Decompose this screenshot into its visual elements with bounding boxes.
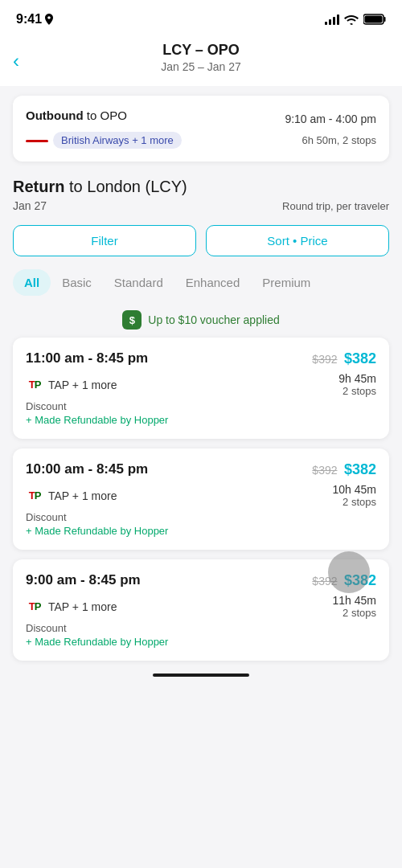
outbound-label: Outbound — [26, 108, 84, 122]
airline-pill: British Airways + 1 more — [53, 132, 182, 149]
flight-card-middle: TP TAP + 1 more 11h 45m 2 stops — [26, 594, 376, 619]
route-title: LCY – OPO — [16, 42, 386, 59]
flight-cards-container: 11:00 am - 8:45 pm $392 $382 TP TAP + 1 … — [0, 338, 402, 661]
flight-stops: 2 stops — [333, 607, 376, 619]
outbound-card: Outbound to OPO 9:10 am - 4:00 pm Britis… — [13, 96, 389, 162]
return-title: Return to London (LCY) — [13, 178, 389, 196]
flight-discount: Discount — [26, 400, 376, 412]
flight-airline-name: TAP + 1 more — [48, 489, 117, 502]
flight-price-group: $392 $382 — [312, 350, 376, 367]
flight-card-middle: TP TAP + 1 more 10h 45m 2 stops — [26, 483, 376, 508]
flight-old-price: $392 — [312, 353, 337, 366]
status-icons — [325, 14, 386, 25]
wifi-icon — [344, 14, 359, 25]
voucher-dollar: $ — [129, 314, 135, 326]
flight-card-top: 9:00 am - 8:45 pm $392 $382 — [26, 572, 376, 589]
filter-sort-row: Filter Sort • Price — [0, 215, 402, 266]
flight-duration-stops: 11h 45m 2 stops — [333, 594, 376, 619]
tab-standard[interactable]: Standard — [103, 269, 174, 296]
outbound-airline-row: British Airways + 1 more 6h 50m, 2 stops — [26, 132, 376, 149]
return-label: Return — [13, 178, 64, 195]
sort-button[interactable]: Sort • Price — [206, 225, 389, 256]
signal-icon — [325, 14, 339, 25]
return-section-header: Return to London (LCY) Jan 27 Round trip… — [0, 171, 402, 215]
scroll-handle[interactable] — [328, 551, 370, 593]
flight-airline-name: TAP + 1 more — [48, 600, 117, 613]
battery-icon — [363, 14, 386, 25]
flight-time: 10:00 am - 8:45 pm — [26, 461, 148, 477]
flight-new-price: $382 — [344, 461, 376, 477]
flight-time: 11:00 am - 8:45 pm — [26, 350, 148, 366]
status-time: 9:41 — [16, 12, 42, 27]
back-button[interactable]: ‹ — [13, 50, 19, 72]
flight-discount: Discount — [26, 511, 376, 523]
tab-basic[interactable]: Basic — [51, 269, 103, 296]
tap-logo: TP — [26, 379, 43, 391]
outbound-time: 9:10 am - 4:00 pm — [285, 113, 376, 125]
date-range: Jan 25 – Jan 27 — [16, 60, 386, 73]
flight-card-top: 11:00 am - 8:45 pm $392 $382 — [26, 350, 376, 367]
flight-duration: 9h 45m — [338, 372, 376, 385]
flight-card-middle: TP TAP + 1 more 9h 45m 2 stops — [26, 372, 376, 397]
page-header: ‹ LCY – OPO Jan 25 – Jan 27 — [0, 35, 402, 86]
tab-enhanced[interactable]: Enhanced — [174, 269, 252, 296]
tap-t-letter: T — [29, 379, 35, 391]
return-meta: Jan 27 Round trip, per traveler — [13, 199, 389, 212]
airline-badge: British Airways + 1 more — [26, 132, 182, 149]
tab-premium[interactable]: Premium — [251, 269, 322, 296]
flight-discount: Discount — [26, 622, 376, 634]
flight-old-price: $392 — [312, 464, 337, 477]
tap-t-letter: T — [29, 489, 35, 502]
voucher-banner: $ Up to $10 voucher applied — [0, 302, 402, 338]
tap-logo: TP — [26, 489, 43, 502]
flight-refundable: + Made Refundable by Hopper — [26, 414, 376, 426]
outbound-title: Outbound to OPO — [26, 108, 127, 122]
flight-airline: TP TAP + 1 more — [26, 600, 117, 613]
flight-time: 9:00 am - 8:45 pm — [26, 572, 141, 588]
tabs-row: AllBasicStandardEnhancedPremium — [0, 266, 402, 302]
tap-p-letter: P — [35, 600, 41, 612]
flight-stops: 2 stops — [338, 385, 376, 397]
flight-card-2[interactable]: 10:00 am - 8:45 pm $392 $382 TP TAP + 1 … — [13, 448, 389, 550]
tap-logo: TP — [26, 600, 43, 613]
svg-rect-3 — [26, 140, 48, 142]
filter-button[interactable]: Filter — [13, 225, 196, 256]
outbound-destination: to OPO — [87, 108, 127, 122]
tap-t-letter: T — [29, 600, 35, 612]
flight-duration-stops: 10h 45m 2 stops — [333, 483, 376, 508]
svg-rect-1 — [384, 17, 386, 22]
flight-refundable: + Made Refundable by Hopper — [26, 636, 376, 648]
flight-duration: 11h 45m — [333, 594, 376, 607]
flight-duration: 10h 45m — [333, 483, 376, 496]
return-trip-type: Round trip, per traveler — [282, 200, 389, 212]
location-icon — [45, 14, 53, 25]
return-date: Jan 27 — [13, 199, 47, 212]
flight-duration-stops: 9h 45m 2 stops — [338, 372, 376, 397]
flight-new-price: $382 — [344, 350, 376, 366]
voucher-text: Up to $10 voucher applied — [148, 313, 279, 326]
tab-all[interactable]: All — [13, 269, 51, 296]
return-destination: to London (LCY) — [69, 178, 187, 195]
flight-stops: 2 stops — [333, 496, 376, 508]
flight-refundable: + Made Refundable by Hopper — [26, 525, 376, 537]
flight-airline: TP TAP + 1 more — [26, 379, 117, 391]
airline-line-icon — [26, 137, 48, 144]
tap-p-letter: P — [35, 489, 41, 502]
tap-p-letter: P — [35, 379, 41, 391]
status-bar: 9:41 — [0, 0, 402, 35]
flight-price-group: $392 $382 — [312, 461, 376, 478]
flight-card-top: 10:00 am - 8:45 pm $392 $382 — [26, 461, 376, 478]
flight-airline: TP TAP + 1 more — [26, 489, 117, 502]
svg-rect-2 — [365, 16, 383, 23]
flight-card-1[interactable]: 11:00 am - 8:45 pm $392 $382 TP TAP + 1 … — [13, 338, 389, 439]
outbound-duration: 6h 50m, 2 stops — [302, 134, 377, 146]
voucher-icon: $ — [122, 310, 142, 330]
flight-airline-name: TAP + 1 more — [48, 379, 117, 391]
home-bar — [153, 674, 249, 677]
